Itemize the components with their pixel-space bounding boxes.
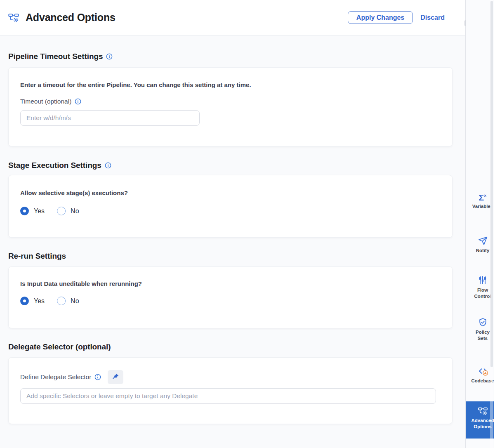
timeout-input[interactable] [20, 110, 200, 126]
radio-label: No [71, 207, 79, 215]
radio-option-no[interactable]: No [57, 207, 79, 215]
section-title: Delegate Selector (optional) [8, 342, 111, 352]
advanced-options-icon [466, 406, 494, 416]
radio-button[interactable] [57, 207, 66, 215]
delegate-field-label: Define Delegate Selector [20, 373, 101, 381]
sidebar-item-flow-control[interactable]: FlowControl [466, 275, 494, 299]
header-actions: Apply Changes Discard [348, 11, 445, 24]
policy-sets-icon [466, 317, 494, 328]
sidebar-item-policy-sets[interactable]: PolicySets [466, 317, 494, 341]
sidebar-item-label: Codebase [466, 378, 494, 384]
sidebar-item-label: AdvancedOptions [466, 417, 494, 430]
stage-execution-radio-group: Yes No [20, 207, 452, 215]
main-column: Advanced Options Apply Changes Discard P… [0, 0, 465, 448]
section-pipeline-timeout: Pipeline Timeout Settings Enter a timeou… [8, 52, 465, 146]
variables-icon: Σ× [466, 191, 494, 202]
section-stage-execution: Stage Execution Settings Allow selective… [8, 160, 465, 238]
section-delegate-selector: Delegate Selector (optional) Define Dele… [8, 342, 465, 424]
sidebar-item-codebase[interactable]: Codebase [466, 365, 494, 389]
sidebar-item-label: FlowControl [466, 287, 494, 299]
info-icon[interactable] [75, 98, 81, 105]
notify-icon [466, 235, 494, 246]
advanced-options-panel: Advanced Options Apply Changes Discard P… [0, 0, 495, 448]
right-rail: Σ× Variables Notify [466, 0, 494, 448]
rerun-radio-group: Yes No [20, 297, 452, 305]
pipeline-gear-icon [7, 12, 20, 24]
delegate-card: Define Delegate Selector [8, 357, 453, 424]
section-title: Re-run Settings [8, 251, 66, 261]
sidebar-item-notify[interactable]: Notify [466, 235, 494, 259]
radio-option-yes[interactable]: Yes [20, 207, 45, 215]
sidebar-item-variables[interactable]: Σ× Variables [466, 191, 494, 215]
pin-icon [112, 373, 119, 382]
codebase-icon [466, 365, 494, 376]
rerun-question: Is Input Data uneditable when rerunning? [20, 280, 452, 288]
flow-control-icon [466, 275, 494, 285]
radio-label: Yes [34, 297, 45, 305]
stage-execution-question: Allow selective stage(s) executions? [20, 189, 452, 197]
section-title: Stage Execution Settings [8, 160, 101, 170]
timeout-card: Enter a timeout for the entire Pipeline.… [8, 67, 453, 146]
rerun-card: Is Input Data uneditable when rerunning?… [8, 266, 453, 328]
sidebar-item-advanced-options[interactable]: AdvancedOptions [466, 401, 494, 439]
delegate-selector-input[interactable] [20, 388, 436, 404]
timeout-field-label: Timeout (optional) [20, 98, 452, 105]
panel-header: Advanced Options Apply Changes Discard [0, 0, 465, 35]
pin-button[interactable] [108, 370, 123, 384]
info-icon[interactable] [94, 374, 101, 380]
section-rerun: Re-run Settings Is Input Data uneditable… [8, 251, 465, 328]
timeout-description: Enter a timeout for the entire Pipeline.… [20, 81, 452, 89]
stage-execution-card: Allow selective stage(s) executions? Yes… [8, 175, 453, 238]
delegate-label-text: Define Delegate Selector [20, 373, 91, 381]
codebase-warning-badge [483, 370, 488, 375]
section-title: Pipeline Timeout Settings [8, 52, 103, 61]
radio-button[interactable] [57, 297, 66, 305]
radio-label: Yes [34, 207, 45, 215]
sidebar-item-label: Notify [466, 248, 494, 254]
scrollbar-thumb[interactable] [490, 1, 493, 367]
title-wrap: Advanced Options [7, 12, 116, 24]
page-title: Advanced Options [26, 12, 116, 24]
apply-changes-button[interactable]: Apply Changes [348, 11, 413, 24]
radio-option-yes[interactable]: Yes [20, 297, 45, 305]
info-icon[interactable] [105, 162, 111, 169]
delegate-label-row: Define Delegate Selector [20, 370, 452, 384]
radio-button[interactable] [20, 297, 29, 305]
radio-label: No [71, 297, 79, 305]
settings-content: Pipeline Timeout Settings Enter a timeou… [0, 52, 465, 424]
timeout-label-text: Timeout (optional) [20, 98, 71, 105]
radio-option-no[interactable]: No [57, 297, 79, 305]
discard-button[interactable]: Discard [420, 14, 445, 21]
radio-button[interactable] [20, 207, 29, 215]
sidebar-item-label: PolicySets [466, 329, 494, 342]
sidebar-item-label: Variables [466, 203, 494, 210]
info-icon[interactable] [106, 53, 113, 60]
